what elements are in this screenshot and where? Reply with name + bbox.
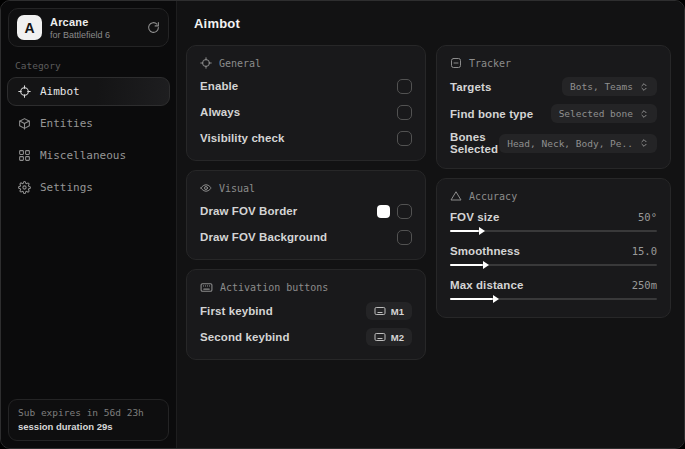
tracker-card: Tracker Targets Bots, Teams bbox=[436, 45, 671, 169]
keybind-value: M1 bbox=[391, 306, 404, 317]
crosshair-icon bbox=[200, 57, 212, 69]
setting-row: Always bbox=[200, 103, 412, 121]
setting-row: Find bone type Selected bone bbox=[450, 104, 657, 123]
setting-label: First keybind bbox=[200, 305, 273, 317]
max-distance-value: 250m bbox=[632, 279, 657, 291]
app-window: A Arcane for Battlefield 6 Category bbox=[0, 0, 685, 449]
setting-row: Enable bbox=[200, 77, 412, 95]
keyboard-icon bbox=[374, 305, 386, 317]
dropdown-value: Head, Neck, Body, Pe.. bbox=[507, 138, 633, 149]
crosshair-icon bbox=[18, 85, 31, 98]
enable-checkbox[interactable] bbox=[397, 79, 412, 94]
bones-selected-dropdown[interactable]: Head, Neck, Body, Pe.. bbox=[499, 134, 657, 153]
fov-size-value: 50° bbox=[638, 211, 657, 223]
chevrons-up-down-icon bbox=[639, 109, 649, 119]
setting-label: Enable bbox=[200, 80, 238, 92]
setting-label: Smoothness bbox=[450, 245, 520, 257]
setting-row: Draw FOV Border bbox=[200, 202, 412, 220]
keybind-value: M2 bbox=[391, 332, 404, 343]
sidebar-item-label: Entities bbox=[40, 117, 93, 130]
setting-label: Find bone type bbox=[450, 108, 533, 120]
second-keybind-button[interactable]: M2 bbox=[366, 328, 412, 346]
fov-size-slider[interactable] bbox=[450, 226, 657, 236]
setting-label: Visibility check bbox=[200, 132, 285, 144]
card-title: Visual bbox=[219, 183, 255, 194]
chevrons-up-down-icon bbox=[639, 82, 649, 92]
smoothness-value: 15.0 bbox=[632, 245, 657, 257]
sidebar-item-miscellaneous[interactable]: Miscellaneous bbox=[7, 141, 170, 170]
accuracy-card: Accuracy FOV size 50° bbox=[436, 178, 671, 318]
eye-icon bbox=[200, 182, 212, 194]
setting-label: Draw FOV Border bbox=[200, 205, 297, 217]
refresh-icon[interactable] bbox=[147, 21, 160, 34]
setting-row: Draw FOV Background bbox=[200, 228, 412, 246]
setting-row: First keybind M1 bbox=[200, 302, 412, 320]
always-checkbox[interactable] bbox=[397, 105, 412, 120]
keyboard-icon bbox=[374, 331, 386, 343]
setting-row: Second keybind M2 bbox=[200, 328, 412, 346]
minus-square-icon bbox=[450, 57, 462, 69]
app-subtitle: for Battlefield 6 bbox=[50, 30, 110, 40]
setting-label: FOV size bbox=[450, 211, 499, 223]
setting-label: Targets bbox=[450, 81, 491, 93]
card-title: Accuracy bbox=[469, 191, 517, 202]
subscription-info: Sub expires in 56d 23h session duration … bbox=[8, 399, 169, 441]
sidebar-item-entities[interactable]: Entities bbox=[7, 109, 170, 138]
setting-row: Visibility check bbox=[200, 129, 412, 147]
setting-label: Always bbox=[200, 106, 240, 118]
find-bone-type-dropdown[interactable]: Selected bone bbox=[551, 104, 657, 123]
category-label: Category bbox=[1, 51, 176, 77]
dropdown-value: Selected bone bbox=[559, 108, 633, 119]
draw-fov-border-checkbox[interactable] bbox=[397, 204, 412, 219]
sidebar-item-label: Miscellaneous bbox=[40, 149, 126, 162]
dropdown-value: Bots, Teams bbox=[570, 81, 633, 92]
grid-icon bbox=[18, 149, 31, 162]
slider-thumb-icon[interactable] bbox=[483, 261, 489, 269]
slider-thumb-icon[interactable] bbox=[479, 227, 485, 235]
sub-expiry-text: Sub expires in 56d 23h bbox=[18, 407, 159, 418]
keyboard-icon bbox=[200, 281, 213, 294]
general-card: General Enable Always Visibility check bbox=[186, 45, 426, 161]
app-logo: A bbox=[17, 15, 42, 40]
setting-row: Targets Bots, Teams bbox=[450, 77, 657, 96]
sidebar-item-aimbot[interactable]: Aimbot bbox=[7, 77, 170, 106]
sidebar-item-label: Settings bbox=[40, 181, 93, 194]
visual-card: Visual Draw FOV Border Draw FOV Backgrou… bbox=[186, 170, 426, 260]
activation-buttons-card: Activation buttons First keybind M1 bbox=[186, 269, 426, 360]
chevrons-up-down-icon bbox=[639, 138, 649, 148]
logo-text: Arcane for Battlefield 6 bbox=[50, 16, 110, 40]
visibility-check-checkbox[interactable] bbox=[397, 131, 412, 146]
sidebar-nav: Aimbot Entities Miscellaneous bbox=[1, 77, 176, 202]
sidebar: A Arcane for Battlefield 6 Category bbox=[1, 1, 177, 448]
slider-thumb-icon[interactable] bbox=[493, 295, 499, 303]
setting-row: Bones Selected Head, Neck, Body, Pe.. bbox=[450, 131, 657, 155]
session-duration-text: session duration 29s bbox=[18, 421, 159, 432]
main-panel: Aimbot General bbox=[177, 1, 685, 448]
setting-row: FOV size 50° bbox=[450, 211, 657, 236]
draw-fov-background-checkbox[interactable] bbox=[397, 230, 412, 245]
setting-label: Max distance bbox=[450, 279, 523, 291]
fov-border-color-swatch[interactable] bbox=[377, 205, 390, 218]
page-title: Aimbot bbox=[194, 16, 671, 31]
cube-icon bbox=[18, 117, 31, 130]
max-distance-slider[interactable] bbox=[450, 294, 657, 304]
triangle-icon bbox=[450, 190, 462, 202]
sidebar-item-settings[interactable]: Settings bbox=[7, 173, 170, 202]
first-keybind-button[interactable]: M1 bbox=[366, 302, 412, 320]
card-title: General bbox=[219, 58, 261, 69]
gear-icon bbox=[18, 181, 31, 194]
smoothness-slider[interactable] bbox=[450, 260, 657, 270]
logo-card: A Arcane for Battlefield 6 bbox=[8, 8, 169, 47]
card-title: Activation buttons bbox=[220, 282, 328, 293]
setting-label: Bones Selected bbox=[450, 131, 499, 155]
setting-label: Second keybind bbox=[200, 331, 290, 343]
targets-dropdown[interactable]: Bots, Teams bbox=[562, 77, 657, 96]
app-name: Arcane bbox=[50, 16, 110, 28]
setting-row: Smoothness 15.0 bbox=[450, 245, 657, 270]
card-title: Tracker bbox=[469, 58, 511, 69]
setting-label: Draw FOV Background bbox=[200, 231, 327, 243]
sidebar-item-label: Aimbot bbox=[40, 85, 80, 98]
setting-row: Max distance 250m bbox=[450, 279, 657, 304]
